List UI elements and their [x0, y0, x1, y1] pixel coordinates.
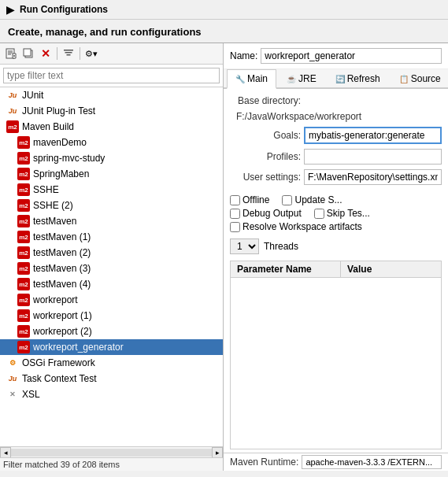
svg-rect-9: [64, 50, 73, 51]
tree-item-maven-build[interactable]: m2Maven Build: [0, 119, 223, 135]
h-scroll-right[interactable]: ▸: [212, 447, 223, 458]
goals-input[interactable]: [304, 127, 442, 144]
tree-item-SSHE[interactable]: m2SSHE: [0, 182, 223, 198]
tree-item-icon-spring-mvc-study: m2: [17, 152, 30, 165]
title-icon: ▶: [6, 3, 15, 16]
filter-box: [0, 65, 223, 87]
h-scroll-left[interactable]: ◂: [0, 447, 11, 458]
tree-item-label-workreport2: workreport (2): [33, 326, 92, 337]
delete-button[interactable]: ✕: [38, 46, 54, 61]
name-row: Name:: [224, 43, 448, 69]
maven-runtime-label: Maven Runtime:: [230, 457, 298, 468]
left-panel: ✕ ⚙▾ JuJUnitJuJUnit Plug-in Testm2Maven …: [0, 43, 224, 471]
tab-icon-jre: ☕: [287, 75, 296, 83]
configure-button[interactable]: ⚙▾: [83, 46, 99, 61]
param-name-header: Parameter Name: [231, 261, 341, 277]
tree-item-label-testMaven1: testMaven (1): [33, 231, 91, 242]
resolve-workspace-label: Resolve Workspace artifacts: [243, 221, 362, 232]
svg-rect-11: [67, 54, 71, 56]
tree-item-workreport_generator[interactable]: m2workreport_generator: [0, 339, 223, 355]
tree-item-testMaven1[interactable]: m2testMaven (1): [0, 229, 223, 245]
tree-item-icon-testMaven1: m2: [17, 231, 30, 243]
tab-main[interactable]: 🔧Main: [227, 69, 276, 89]
base-dir-value: F:/JavaWorkspace/workreport: [236, 111, 361, 122]
resolve-workspace-checkbox[interactable]: [230, 222, 240, 232]
tab-jre[interactable]: ☕JRE: [278, 69, 325, 87]
parameter-table: Parameter Name Value: [230, 261, 442, 449]
skip-tests-checkbox[interactable]: [314, 209, 324, 219]
tree-item-osgi[interactable]: ⚙OSGi Framework: [0, 355, 223, 371]
tree-item-workreport[interactable]: m2workreport: [0, 292, 223, 308]
svg-rect-8: [24, 49, 31, 56]
tree-item-label-workreport: workreport: [33, 294, 78, 305]
table-body: [231, 278, 441, 317]
user-settings-row: User settings:: [230, 169, 442, 185]
user-settings-input[interactable]: [304, 169, 442, 185]
new-config-button[interactable]: [3, 46, 19, 61]
skip-tests-label: Skip Tes...: [327, 208, 370, 219]
tree-item-workreport2[interactable]: m2workreport (2): [0, 324, 223, 339]
main-content: ✕ ⚙▾ JuJUnitJuJUnit Plug-in Testm2Maven …: [0, 43, 448, 471]
tab-label-refresh: Refresh: [347, 73, 380, 84]
tree-item-label-junit-plugin: JUnit Plug-in Test: [22, 105, 95, 116]
tree-item-junit[interactable]: JuJUnit: [0, 87, 223, 103]
tree-item-spring-mvc-study[interactable]: m2spring-mvc-study: [0, 150, 223, 166]
filter-input[interactable]: [3, 68, 220, 83]
tree-item-label-workreport_generator: workreport_generator: [33, 342, 124, 353]
skip-tests-checkbox-label[interactable]: Skip Tes...: [314, 208, 370, 219]
table-header: Parameter Name Value: [231, 261, 441, 278]
tree-item-icon-task-context-test: Ju: [6, 372, 19, 385]
profiles-row: Profiles:: [230, 149, 442, 165]
update-snapshots-checkbox-label[interactable]: Update S...: [282, 194, 342, 205]
tree-item-junit-plugin[interactable]: JuJUnit Plug-in Test: [0, 103, 223, 119]
tree-item-testMaven[interactable]: m2testMaven: [0, 213, 223, 229]
update-snapshots-checkbox[interactable]: [282, 195, 292, 205]
tree-item-testMaven4[interactable]: m2testMaven (4): [0, 276, 223, 292]
h-scroll-track[interactable]: [11, 449, 212, 457]
tree-item-label-xsl: XSL: [22, 389, 40, 400]
tree-item-icon-junit: Ju: [6, 89, 19, 102]
base-dir-value-row: F:/JavaWorkspace/workreport: [230, 111, 442, 122]
tree-item-label-task-context-test: Task Context Test: [22, 373, 97, 384]
tree-item-mavenDemo[interactable]: m2mavenDemo: [0, 135, 223, 150]
profiles-label: Profiles:: [230, 151, 301, 162]
tree-item-task-context-test[interactable]: JuTask Context Test: [0, 371, 223, 386]
tab-refresh[interactable]: 🔄Refresh: [327, 69, 389, 87]
tree-item-label-testMaven: testMaven: [33, 216, 76, 227]
tree-item-icon-testMaven: m2: [17, 215, 30, 227]
tree-list: JuJUnitJuJUnit Plug-in Testm2Maven Build…: [0, 87, 223, 446]
maven-runtime-input[interactable]: [302, 455, 442, 469]
tree-item-label-SSHE2: SSHE (2): [33, 200, 73, 211]
tree-item-testMaven2[interactable]: m2testMaven (2): [0, 245, 223, 261]
form-area: Base directory: F:/JavaWorkspace/workrep…: [224, 89, 448, 191]
filter-button[interactable]: [61, 46, 76, 61]
goals-row: Goals:: [230, 127, 442, 144]
offline-checkbox-label[interactable]: Offline: [230, 194, 269, 205]
duplicate-button[interactable]: [20, 46, 36, 61]
status-bar: Filter matched 39 of 208 items: [0, 457, 223, 471]
threads-select[interactable]: 1 2 4: [230, 238, 259, 254]
tree-item-testMaven3[interactable]: m2testMaven (3): [0, 261, 223, 276]
base-dir-label: Base directory:: [230, 95, 301, 106]
name-input[interactable]: [261, 48, 442, 64]
debug-output-checkbox[interactable]: [230, 209, 240, 219]
profiles-input[interactable]: [304, 149, 442, 165]
checkboxes-area: Offline Update S... Debug Output Skip Te…: [224, 191, 448, 235]
update-snapshots-label: Update S...: [294, 194, 342, 205]
goals-label: Goals:: [230, 130, 301, 141]
tree-item-SpringMaben[interactable]: m2SpringMaben: [0, 166, 223, 182]
offline-checkbox[interactable]: [230, 195, 240, 205]
debug-output-label: Debug Output: [243, 208, 302, 219]
maven-runtime-row: Maven Runtime:: [224, 453, 448, 471]
tab-source[interactable]: 📋Source: [391, 69, 448, 87]
debug-output-checkbox-label[interactable]: Debug Output: [230, 208, 302, 219]
tree-item-SSHE2[interactable]: m2SSHE (2): [0, 198, 223, 213]
tree-item-label-mavenDemo: mavenDemo: [33, 137, 87, 148]
offline-label: Offline: [243, 194, 269, 205]
resolve-workspace-checkbox-label[interactable]: Resolve Workspace artifacts: [230, 221, 362, 232]
tree-item-workreport1[interactable]: m2workreport (1): [0, 308, 223, 324]
tree-item-xsl[interactable]: ✕XSL: [0, 386, 223, 402]
tree-item-icon-workreport2: m2: [17, 325, 30, 338]
param-value-header: Value: [341, 261, 441, 277]
title-text: Run Configurations: [20, 4, 108, 15]
